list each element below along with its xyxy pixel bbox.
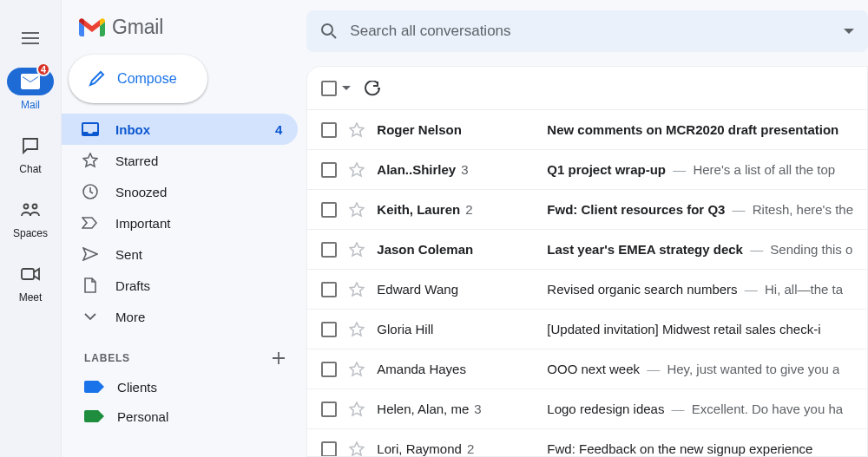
star-button[interactable] [349, 202, 365, 218]
sender: Amanda Hayes [377, 362, 535, 376]
main: Search all conversations Roger NelsonNew… [306, 0, 868, 457]
search-icon [320, 23, 338, 40]
row-checkbox[interactable] [321, 441, 337, 457]
labels-title: LABELS [84, 352, 130, 364]
nav-drafts[interactable]: Drafts [62, 270, 298, 301]
row-checkbox[interactable] [321, 162, 337, 178]
nav-label: Inbox [115, 122, 150, 137]
rail-spaces[interactable]: Spaces [7, 196, 54, 239]
mail-badge: 4 [36, 62, 50, 76]
nav-label: Snoozed [115, 185, 167, 199]
star-button[interactable] [349, 242, 365, 258]
email-row[interactable]: Lori, Raymond2Fwd: Feedback on the new s… [307, 429, 867, 457]
brand[interactable]: Gmail [62, 7, 306, 55]
email-row[interactable]: Jason ColemanLast year's EMEA strategy d… [307, 230, 867, 270]
meet-icon [21, 267, 40, 281]
spaces-icon [21, 203, 40, 217]
compose-label: Compose [117, 71, 176, 87]
email-row[interactable]: Helen, Alan, me3Logo redesign ideas — Ex… [307, 389, 867, 429]
nav-label: Starred [115, 153, 158, 168]
nav-label: Drafts [115, 278, 150, 293]
rail-label: Mail [21, 99, 40, 111]
add-label-button[interactable] [272, 351, 286, 365]
sidebar: Gmail Compose Inbox 4 Starred Snoozed Im… [62, 0, 306, 457]
search-options-button[interactable] [844, 29, 854, 34]
caret-down-icon [844, 29, 854, 34]
sender: Helen, Alan, me3 [377, 402, 535, 416]
row-checkbox[interactable] [321, 362, 337, 377]
row-checkbox[interactable] [321, 202, 337, 218]
select-all[interactable] [321, 81, 351, 96]
search-placeholder: Search all conversations [350, 23, 510, 40]
star-button[interactable] [349, 322, 365, 337]
email-row[interactable]: Alan..Shirley3Q1 project wrap-up — Here'… [307, 150, 867, 190]
clock-icon [82, 184, 98, 199]
drafts-icon [83, 277, 97, 293]
rail-mail[interactable]: 4 Mail [7, 68, 54, 111]
label-clients[interactable]: Clients [62, 372, 306, 402]
email-row[interactable]: Roger NelsonNew comments on MCR2020 draf… [307, 110, 867, 150]
sender: Alan..Shirley3 [377, 162, 535, 177]
star-icon [82, 153, 98, 168]
star-button[interactable] [349, 282, 365, 297]
subject-line: Q1 project wrap-up — Here's a list of al… [547, 162, 835, 177]
main-menu-button[interactable] [11, 19, 49, 57]
important-icon [82, 217, 99, 229]
mail-icon [21, 74, 40, 89]
sender: Keith, Lauren2 [377, 202, 535, 217]
star-button[interactable] [349, 162, 365, 178]
row-checkbox[interactable] [321, 122, 337, 138]
label-tag-icon [84, 381, 98, 393]
rail-meet[interactable]: Meet [7, 260, 54, 304]
sender: Edward Wang [377, 282, 535, 297]
label-personal[interactable]: Personal [62, 402, 306, 431]
subject-line: New comments on MCR2020 draft presentati… [547, 122, 838, 137]
sent-icon [82, 247, 98, 261]
search-bar[interactable]: Search all conversations [306, 10, 868, 52]
row-checkbox[interactable] [321, 322, 337, 337]
subject-line: Logo redesign ideas — Excellent. Do have… [547, 402, 843, 416]
row-checkbox[interactable] [321, 282, 337, 297]
subject-line: Last year's EMEA strategy deck — Sending… [547, 242, 852, 257]
caret-down-icon [342, 86, 351, 90]
sender: Roger Nelson [377, 122, 535, 137]
nav-sent[interactable]: Sent [62, 238, 298, 270]
rail-label: Spaces [13, 227, 48, 239]
nav-starred[interactable]: Starred [62, 145, 298, 176]
row-checkbox[interactable] [321, 242, 337, 258]
star-button[interactable] [349, 441, 365, 457]
email-row[interactable]: Gloria Hill[Updated invitation] Midwest … [307, 310, 867, 349]
subject-line: [Updated invitation] Midwest retail sale… [547, 322, 820, 336]
nav-label: Sent [115, 247, 142, 262]
star-button[interactable] [349, 402, 365, 417]
nav-more[interactable]: More [62, 301, 298, 332]
compose-button[interactable]: Compose [69, 55, 207, 103]
subject-line: OOO next week — Hey, just wanted to give… [547, 362, 839, 376]
nav-important[interactable]: Important [62, 207, 298, 238]
label-tag-icon [84, 410, 98, 422]
nav-count: 4 [275, 122, 282, 137]
svg-point-1 [33, 205, 37, 209]
refresh-icon [365, 81, 380, 96]
label-text: Clients [117, 380, 157, 395]
refresh-button[interactable] [365, 81, 380, 96]
email-row[interactable]: Keith, Lauren2Fwd: Client resources for … [307, 190, 867, 230]
sender: Jason Coleman [377, 242, 535, 257]
rail-label: Chat [19, 163, 41, 175]
select-all-checkbox[interactable] [321, 81, 337, 96]
nav-inbox[interactable]: Inbox 4 [62, 114, 298, 145]
nav-snoozed[interactable]: Snoozed [62, 176, 298, 207]
email-row[interactable]: Edward WangRevised organic search number… [307, 270, 867, 310]
star-button[interactable] [349, 362, 365, 377]
labels-header: LABELS [62, 332, 306, 372]
email-row[interactable]: Amanda HayesOOO next week — Hey, just wa… [307, 349, 867, 389]
star-button[interactable] [349, 122, 365, 138]
svg-rect-2 [22, 269, 34, 279]
row-checkbox[interactable] [321, 402, 337, 417]
rail-label: Meet [19, 291, 43, 304]
svg-point-4 [322, 24, 332, 35]
subject-line: Revised organic search numbers — Hi, all… [547, 282, 843, 297]
email-list: Roger NelsonNew comments on MCR2020 draf… [306, 66, 868, 457]
rail-chat[interactable]: Chat [7, 132, 54, 175]
inbox-icon [82, 122, 99, 136]
